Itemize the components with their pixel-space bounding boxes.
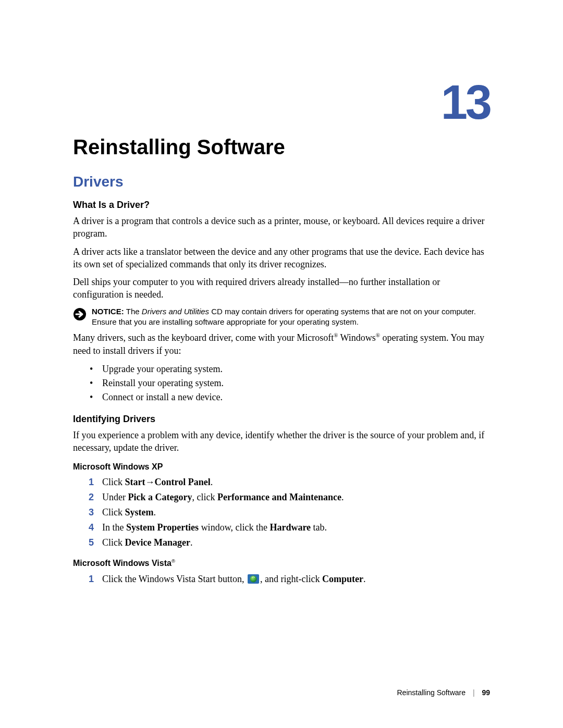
vista-start-button-icon [248,573,259,583]
footer-separator: | [473,688,475,697]
svg-point-2 [250,575,257,582]
subsection-identifying-drivers: Identifying Drivers [73,414,490,425]
list-item: Under Pick a Category, click Performance… [73,490,490,505]
chapter-number: 13 [441,78,490,126]
list-item: Click Start→Control Panel. [73,475,490,490]
os-title-vista: Microsoft Windows Vista® [73,558,490,568]
list-item: Click Device Manager. [73,535,490,550]
os-title-xp: Microsoft Windows XP [73,462,490,472]
footer-section-label: Reinstalling Software [397,688,466,697]
section-title-drivers: Drivers [73,174,490,190]
body-text: Dell ships your computer to you with req… [73,276,490,301]
chapter-title: Reinstalling Software [73,135,490,159]
notice-text: NOTICE: The Drivers and Utilities CD may… [92,306,490,328]
list-item: In the System Properties window, click t… [73,520,490,535]
body-text: If you experience a problem with any dev… [73,429,490,454]
list-item: Connect or install a new device. [73,390,490,404]
body-text: Many drivers, such as the keyboard drive… [73,331,490,357]
page-footer: Reinstalling Software | 99 [397,688,490,697]
list-item: Click System. [73,505,490,520]
notice-block: NOTICE: The Drivers and Utilities CD may… [73,306,490,328]
notice-arrow-icon [73,307,87,323]
steps-vista: Click the Windows Vista Start button, , … [73,572,490,587]
body-text: A driver acts like a translator between … [73,245,490,271]
steps-xp: Click Start→Control Panel. Under Pick a … [73,475,490,550]
list-item: Click the Windows Vista Start button, , … [73,572,490,587]
bullet-list: Upgrade your operating system. Reinstall… [73,362,490,404]
page-number: 99 [482,688,490,697]
list-item: Reinstall your operating system. [73,376,490,390]
document-page: 13 Reinstalling Software Drivers What Is… [0,0,563,728]
list-item: Upgrade your operating system. [73,362,490,376]
subsection-what-is-driver: What Is a Driver? [73,200,490,211]
body-text: A driver is a program that controls a de… [73,215,490,240]
